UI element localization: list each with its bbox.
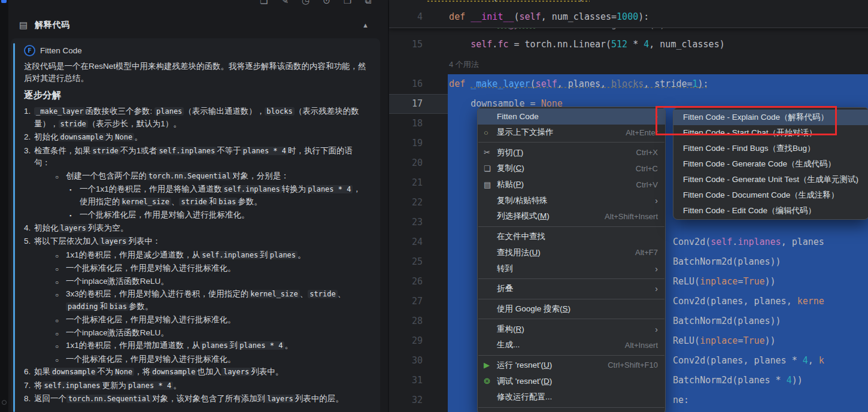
menu-item-label: 使用 Google 搜索(S) xyxy=(497,304,658,314)
sticky-code-line: class ResNet(torch.nn.Module): xyxy=(427,0,590,7)
submenu-item[interactable]: Fitten Code - Edit Code（编辑代码） xyxy=(673,203,868,219)
gutter-line-number[interactable]: 32 xyxy=(389,390,423,410)
menu-item[interactable]: ✂剪切(T)Ctrl+X xyxy=(478,144,665,160)
text-run: 列表中： xyxy=(128,237,160,246)
code-line[interactable]: ReLU(inplace=True)) xyxy=(673,331,776,351)
gutter-line-number[interactable]: 30 xyxy=(389,351,423,371)
gutter-line-number[interactable]: 15 xyxy=(389,35,423,54)
code-line[interactable]: Conv2d(self.inplanes, planes xyxy=(673,232,824,252)
menu-item[interactable]: ▤粘贴(P)Ctrl+V xyxy=(478,177,665,193)
menu-item[interactable]: Fitten Code› xyxy=(478,108,665,125)
submenu-item[interactable]: Fitten Code - Generate Unit Test（生成单元测试) xyxy=(673,172,868,187)
code-token: Conv2d(planes, planes, xyxy=(673,296,797,307)
submenu-item[interactable]: Fitten Code - Document Code（生成注释） xyxy=(673,187,868,203)
submenu-arrow-icon: › xyxy=(655,325,658,334)
submenu-item[interactable]: Fitten Code - Find Bugs（查找Bug） xyxy=(673,141,868,156)
gutter-line-number[interactable]: 19 xyxy=(389,134,423,153)
gutter-line-number[interactable]: 24 xyxy=(389,232,423,252)
gutter-line-number[interactable]: 28 xyxy=(389,311,423,331)
gutter-line-number[interactable]: 18 xyxy=(389,114,423,134)
code-line[interactable]: BatchNorm2d(planes * 4)) xyxy=(673,371,803,390)
inline-code: planes xyxy=(268,251,298,259)
code-line[interactable]: Conv2d(planes, planes, kerne xyxy=(673,292,824,311)
step-text: 将self.inplanes更新为planes * 4。 xyxy=(34,381,181,390)
menu-item-label: 粘贴(P) xyxy=(497,179,627,190)
intro-paragraph: 这段代码是一个在ResNet模型中用来构建残差块的函数。我将逐步解释该函数的内容… xyxy=(24,60,368,84)
gutter-line-number[interactable]: 16 xyxy=(389,74,423,94)
text-run: 1x1的卷积层，作用是减少通道数，从 xyxy=(66,250,200,259)
step-sub-item: ○一个批标准化层，作用是对输入进行批标准化。 xyxy=(34,314,368,326)
code-token: ReLU( xyxy=(673,276,700,287)
feedback-icon[interactable]: ❏ xyxy=(260,0,268,8)
panel-toolbar: ❏✎◷⊙❐⧉ xyxy=(260,0,388,8)
step-sub-item: ○一个inplace激活函数ReLU。 xyxy=(34,327,368,339)
text-run: （表示输出通道数）， xyxy=(184,107,265,116)
menu-shortcut: Ctrl+Shift+F10 xyxy=(608,360,658,369)
gutter-line-number[interactable]: 29 xyxy=(389,331,423,351)
menu-separator xyxy=(478,319,664,319)
gutter-line-number[interactable]: 31 xyxy=(389,371,423,390)
step-text: 如果downsample不为None，将downsample也加入layers列… xyxy=(34,367,283,376)
collapse-arrow-icon[interactable]: ▲ xyxy=(362,22,369,29)
code-token: , planes xyxy=(781,237,824,247)
code-token: BatchNorm2d(planes xyxy=(673,375,776,386)
gutter-line-number[interactable]: 21 xyxy=(389,173,423,193)
code-line[interactable]: self.fc = torch.nn.Linear(512 * 4, num_c… xyxy=(471,35,724,54)
history-icon[interactable]: ◷ xyxy=(302,0,309,8)
code-token: ( xyxy=(514,11,519,22)
copy-icon: ❏ xyxy=(484,164,497,173)
menu-item-label: Fitten Code xyxy=(497,112,645,121)
gutter-line-number[interactable]: 20 xyxy=(389,153,423,173)
gutter-line-number[interactable]: 17 xyxy=(389,94,423,114)
menu-item[interactable]: 生成...Alt+Insert xyxy=(478,337,665,353)
step-number: 8. xyxy=(24,393,31,405)
breakdown-step: 7.将self.inplanes更新为planes * 4。 xyxy=(24,380,368,392)
copy-icon[interactable]: ⧉ xyxy=(365,0,371,8)
menu-item[interactable]: 重构(R)› xyxy=(478,321,665,337)
text-run: 、 xyxy=(300,289,308,298)
code-line[interactable]: def _make_layer(self, planes, blocks, st… xyxy=(449,74,709,94)
menu-item[interactable]: 转到› xyxy=(478,260,665,277)
menu-item[interactable]: ❏复制(C)Ctrl+C xyxy=(478,160,665,177)
menu-item[interactable]: 折叠› xyxy=(478,281,665,297)
gutter-line-number[interactable]: 23 xyxy=(389,213,423,232)
code-line[interactable]: Conv2d(planes, planes * 4, k xyxy=(673,351,824,371)
text-run: 列表为空。 xyxy=(88,223,129,232)
stripe-bottom-icon[interactable] xyxy=(2,400,7,405)
breakdown-heading: 逐步分解 xyxy=(24,89,368,102)
code-line[interactable]: BatchNorm2d(planes)) xyxy=(673,252,781,272)
active-tool-indicator xyxy=(1,0,7,3)
edit-icon[interactable]: ✎ xyxy=(281,0,289,8)
menu-item[interactable]: 列选择模式(M)Alt+Shift+Insert xyxy=(478,208,665,225)
menu-item[interactable]: 在文件中查找 xyxy=(478,229,665,245)
gutter-line-number[interactable]: 26 xyxy=(389,272,423,292)
menu-item[interactable]: 复制/粘贴特殊› xyxy=(478,192,665,208)
menu-item[interactable]: ❂调试 'resnet'(D) xyxy=(478,373,665,389)
gutter-line-number[interactable]: 27 xyxy=(389,292,423,311)
step-number: 5. xyxy=(24,235,31,247)
code-line[interactable]: BatchNorm2d(planes)) xyxy=(673,311,781,331)
code-editor[interactable]: 14151617181920212223242526272829303132 s… xyxy=(388,0,868,412)
help-icon[interactable]: ⊙ xyxy=(323,0,330,8)
text-run: 。 xyxy=(298,250,306,259)
menu-item[interactable]: ▶运行 'resnet'(U)Ctrl+Shift+F10 xyxy=(478,358,665,374)
submenu-item[interactable]: Fitten Code - Generate Code（生成代码） xyxy=(673,156,868,172)
text-run: 初始化 xyxy=(34,132,59,141)
code-line[interactable]: ne: xyxy=(673,390,689,410)
menu-item[interactable]: 查找用法(U)Alt+F7 xyxy=(478,245,665,261)
menu-item[interactable]: 使用 Google 搜索(S) xyxy=(478,301,665,317)
gutter-line-number[interactable]: 22 xyxy=(389,193,423,213)
code-token: class xyxy=(427,0,460,2)
text-run: 返回一个 xyxy=(34,394,66,403)
gutter-line-number[interactable]: 25 xyxy=(389,252,423,272)
menu-item[interactable]: ○显示上下文操作Alt+Enter xyxy=(478,125,665,141)
sub-text: 一个1x1的卷积层，作用是将输入通道数self.inplanes转换为plane… xyxy=(80,184,361,206)
menu-item[interactable]: 修改运行配置... xyxy=(478,389,665,405)
export-icon[interactable]: ❐ xyxy=(344,0,351,8)
usages-inlay-hint[interactable]: 4 个用法 xyxy=(449,54,479,74)
code-token: self xyxy=(536,78,557,89)
breakdown-step: 3.检查条件，如果stride不为1或者self.inplanes不等于plan… xyxy=(24,145,368,221)
code-token: self xyxy=(471,39,492,50)
code-line[interactable]: ReLU(inplace=True)) xyxy=(673,272,776,292)
inline-code: planes * 4 xyxy=(306,185,353,193)
